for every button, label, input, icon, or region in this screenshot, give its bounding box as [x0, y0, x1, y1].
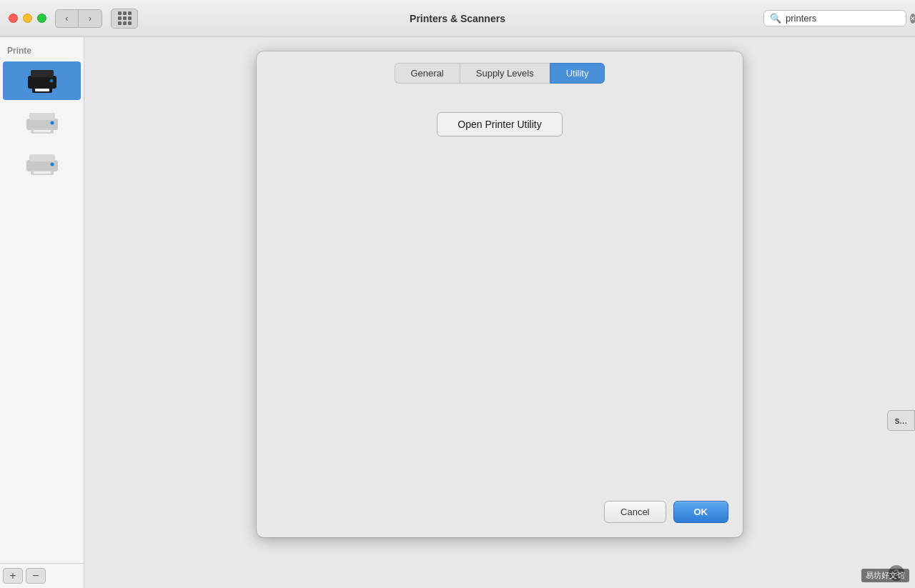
dialog-footer: Cancel OK	[257, 489, 743, 537]
tab-supply-levels[interactable]: Supply Levels	[460, 63, 550, 84]
svg-rect-9	[34, 130, 51, 132]
tab-utility[interactable]: Utility	[550, 63, 605, 84]
right-panel: General Supply Levels Utility Open Print…	[84, 37, 915, 588]
printer-item-black[interactable]	[3, 61, 81, 100]
sidebar-actions: + −	[0, 563, 84, 588]
close-button[interactable]	[9, 14, 18, 23]
svg-point-10	[50, 121, 54, 125]
open-printer-utility-button[interactable]: Open Printer Utility	[437, 112, 562, 136]
svg-rect-1	[31, 70, 54, 77]
add-printer-button[interactable]: +	[3, 568, 23, 584]
search-input[interactable]	[786, 13, 906, 24]
sidebar: Printe	[0, 37, 84, 588]
dialog: General Supply Levels Utility Open Print…	[257, 51, 743, 537]
sidebar-header: Printe	[0, 43, 84, 60]
watermark-label: 易坊好文馆	[861, 569, 909, 582]
tab-bar: General Supply Levels Utility	[257, 51, 743, 84]
svg-rect-14	[34, 171, 51, 174]
svg-rect-12	[29, 154, 55, 161]
remove-printer-button[interactable]: −	[26, 568, 46, 584]
search-bar: 🔍 ✕	[763, 10, 906, 26]
dialog-content: Open Printer Utility	[257, 84, 743, 489]
clear-search-button[interactable]: ✕	[910, 14, 915, 24]
ok-button[interactable]: OK	[673, 501, 729, 523]
nav-buttons: ‹ ›	[55, 9, 102, 28]
svg-point-15	[50, 163, 54, 166]
titlebar: ‹ › Printers & Scanners 🔍 ✕	[0, 0, 915, 37]
forward-button[interactable]: ›	[79, 10, 102, 27]
svg-point-5	[50, 79, 53, 82]
side-more-button[interactable]: s...	[887, 410, 915, 431]
printer-icon-1	[24, 107, 61, 137]
printer-icon-2	[24, 149, 61, 179]
tab-general[interactable]: General	[395, 63, 460, 84]
search-icon: 🔍	[770, 13, 781, 24]
minimize-button[interactable]	[23, 14, 32, 23]
printer-item-1[interactable]	[3, 103, 81, 141]
printer-icon-black	[24, 66, 61, 96]
traffic-lights	[9, 14, 46, 23]
grid-icon	[118, 11, 132, 25]
printer-item-2[interactable]	[3, 144, 81, 183]
main-window: ‹ › Printers & Scanners 🔍 ✕ Printe	[0, 0, 915, 588]
cancel-button[interactable]: Cancel	[604, 501, 666, 523]
maximize-button[interactable]	[37, 14, 46, 23]
window-title: Printers & Scanners	[410, 13, 505, 24]
grid-view-button[interactable]	[111, 9, 138, 29]
content-area: Printe	[0, 37, 915, 588]
svg-rect-3	[35, 89, 49, 91]
dialog-overlay: General Supply Levels Utility Open Print…	[84, 37, 915, 588]
svg-rect-7	[29, 113, 55, 120]
back-button[interactable]: ‹	[56, 10, 79, 27]
